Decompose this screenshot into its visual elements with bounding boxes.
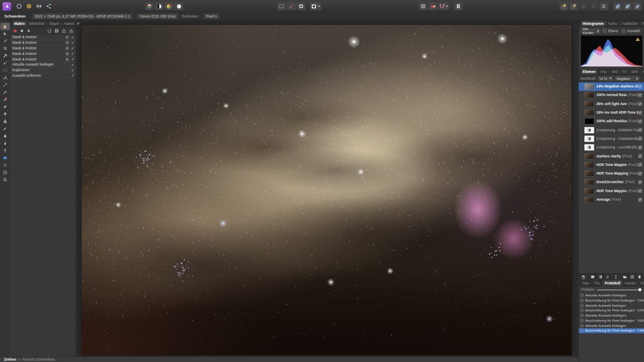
- tab-pinsel[interactable]: Pinsel: [641, 21, 644, 26]
- adjustment-layer-icon[interactable]: [598, 275, 603, 279]
- layer-visibility-checkbox[interactable]: ✓: [638, 128, 642, 132]
- history-position-slider[interactable]: [597, 290, 641, 290]
- import-macro-icon[interactable]: [69, 28, 74, 33]
- layer-visibility-checkbox[interactable]: ✓: [638, 119, 642, 124]
- healing-brush-tool[interactable]: [0, 52, 10, 59]
- layer-visibility-checkbox[interactable]: ✓: [638, 84, 642, 89]
- layer-row[interactable]: HDR Tone Mapping(Pixel)✓: [579, 187, 644, 196]
- clone-brush-tool[interactable]: [0, 118, 10, 125]
- layers-stack-icon[interactable]: [581, 275, 586, 280]
- layer-row[interactable]: 100% add Residuals(Pixel)✓: [579, 117, 644, 126]
- macro-step-check[interactable]: ✓: [71, 73, 74, 78]
- layer-thumbnail[interactable]: [584, 92, 594, 98]
- export-macro-icon[interactable]: [61, 28, 67, 33]
- tab-protokoll[interactable]: Protokoll: [603, 280, 622, 286]
- layer-visibility-checkbox[interactable]: ✓: [638, 154, 642, 158]
- erase-brush-tool[interactable]: [0, 103, 10, 110]
- record-icon[interactable]: [12, 28, 18, 33]
- colour-picker-tool[interactable]: [0, 37, 10, 45]
- auswahl-checkbox[interactable]: [621, 29, 626, 33]
- layer-thumbnail[interactable]: [584, 162, 594, 168]
- auto-white-balance-button[interactable]: [174, 2, 183, 10]
- mask-layer-icon[interactable]: [590, 275, 595, 279]
- macro-step-row[interactable]: Staub & Kratzer✓: [10, 46, 76, 51]
- opacity-select[interactable]: 14 %: [598, 76, 614, 81]
- layer-visibility-checkbox[interactable]: ✓: [638, 180, 642, 184]
- history-row[interactable]: Aktuelle Auswahl festlegen: [579, 323, 644, 328]
- dodge-brush-tool[interactable]: [0, 110, 10, 118]
- layer-thumbnail[interactable]: [584, 153, 594, 160]
- view-steps-icon[interactable]: [54, 28, 59, 33]
- force-pixel-alignment-button[interactable]: [428, 2, 437, 10]
- macro-step-check[interactable]: ✓: [71, 41, 74, 45]
- document-view[interactable]: [82, 25, 571, 355]
- layer-visibility-checkbox[interactable]: ✓: [638, 145, 642, 150]
- macro-step-check[interactable]: ✓: [71, 57, 74, 61]
- gear-icon[interactable]: [65, 40, 70, 45]
- layer-visibility-checkbox[interactable]: ✓: [638, 93, 642, 97]
- slider-knob[interactable]: [638, 288, 641, 291]
- marquee-selection-tool[interactable]: [0, 66, 10, 74]
- macro-step-check[interactable]: ✓: [71, 68, 74, 72]
- move-backward-button[interactable]: [579, 2, 588, 10]
- tab-tra[interactable]: Tra.: [592, 281, 602, 285]
- slice-red-button[interactable]: [287, 2, 296, 10]
- layer-row[interactable]: Average(Pixel)✓: [579, 196, 644, 204]
- layer-thumbnail[interactable]: [584, 170, 594, 177]
- adjustment-thumbnail[interactable]: [584, 144, 594, 151]
- blend-mode-select[interactable]: Negation: [615, 76, 640, 81]
- auto-levels-button[interactable]: [145, 2, 154, 10]
- move-to-back-button[interactable]: [589, 2, 598, 10]
- tab-farbfelder[interactable]: Farbfelder: [620, 21, 640, 26]
- blur-brush-tool[interactable]: [0, 132, 10, 139]
- macro-step-row[interactable]: Duplizieren✓: [10, 68, 76, 73]
- tab-histogramm[interactable]: Histogramm: [581, 21, 605, 27]
- macro-step-row[interactable]: Staub & Kratzer✓: [10, 57, 76, 62]
- tab-stapel[interactable]: Stapel: [47, 21, 61, 26]
- tab-ebenen[interactable]: Ebenen: [581, 69, 597, 75]
- layer-row[interactable]: Dust&Scratches(Pixel)✓: [579, 178, 644, 187]
- adjustment-thumbnail[interactable]: [584, 136, 594, 142]
- macro-step-check[interactable]: ✓: [71, 35, 74, 39]
- liquify-persona-button[interactable]: [15, 2, 24, 10]
- units-select[interactable]: Pixel: [203, 13, 220, 19]
- auto-colours-button[interactable]: [164, 2, 173, 10]
- zoom-tool[interactable]: [0, 176, 10, 183]
- macro-step-row[interactable]: Staub & Kratzer✓: [10, 51, 76, 57]
- mesh-warp-tool[interactable]: [0, 169, 10, 176]
- history-row[interactable]: Aktuelle Auswahl festlegen: [579, 313, 644, 318]
- layer-row[interactable]: (Anpassung - Gradationskurven)✓: [579, 135, 644, 143]
- text-tool[interactable]: A: [0, 161, 10, 169]
- ebene-checkbox[interactable]: [602, 29, 607, 33]
- paint-mixer-brush-tool[interactable]: [0, 81, 10, 88]
- affinity-photo-logo-icon[interactable]: [3, 2, 11, 11]
- gear-icon[interactable]: [65, 51, 70, 56]
- layer-row[interactable]: 25% soft light Average(Pixel)✓: [579, 100, 644, 109]
- stop-icon[interactable]: [19, 28, 24, 33]
- quick-mask-button[interactable]: [297, 2, 306, 10]
- history-row[interactable]: Beschreibung für Pixel festlegen: "19% i…: [579, 308, 644, 313]
- layer-thumbnail[interactable]: [584, 188, 594, 194]
- gear-icon[interactable]: [65, 46, 70, 51]
- tab-fx[interactable]: FX: [620, 69, 629, 74]
- layer-visibility-checkbox[interactable]: ✓: [638, 136, 642, 141]
- view-tool[interactable]: [0, 23, 10, 30]
- mask-crop-button[interactable]: [310, 2, 321, 10]
- tab-32v[interactable]: 32V: [638, 281, 644, 285]
- move-tool[interactable]: [0, 30, 10, 37]
- crop-tool[interactable]: [0, 45, 10, 52]
- layer-thumbnail[interactable]: [584, 83, 594, 90]
- macro-step-check[interactable]: ✓: [71, 63, 74, 67]
- pen-tool[interactable]: [0, 147, 10, 154]
- paint-brush-tool[interactable]: [0, 88, 10, 96]
- bool-subtract-button[interactable]: [623, 2, 632, 10]
- trash-icon[interactable]: [637, 275, 642, 279]
- pixel-grid-button[interactable]: [419, 2, 428, 10]
- blemish-removal-tool[interactable]: [0, 59, 10, 66]
- layer-visibility-checkbox[interactable]: ✓: [638, 102, 642, 106]
- auto-contrast-button[interactable]: [155, 2, 164, 10]
- history-row[interactable]: Aktuelle Auswahl festlegen: [579, 303, 644, 308]
- layer-row[interactable]: (Anpassung - Leuchtkraft)✓: [579, 143, 644, 152]
- tone-mapping-persona-button[interactable]: [34, 2, 43, 10]
- layer-thumbnail[interactable]: [584, 196, 594, 203]
